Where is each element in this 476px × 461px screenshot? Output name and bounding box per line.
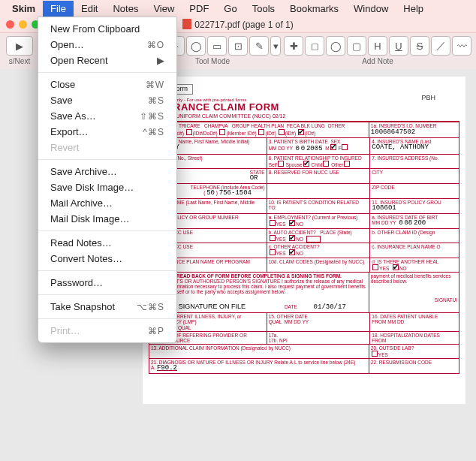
menu-item-save[interactable]: Save⌘S <box>38 92 176 108</box>
pdf-page: Clear Form PBH Print in Text Only - For … <box>143 77 465 404</box>
menu-item-read-notes[interactable]: Read Notes… <box>38 235 176 251</box>
tool-dropdown-button[interactable]: ▾ <box>270 36 281 56</box>
insured-id-value: 10068647502 <box>371 128 415 136</box>
snapshot-tool-button[interactable]: ⊡ <box>228 36 248 56</box>
rel-spouse-checkbox[interactable] <box>303 161 309 167</box>
note-tool-button[interactable]: ✎ <box>249 36 269 56</box>
menu-item-print: Print…⌘P <box>38 323 176 339</box>
menu-item-take-snapshot[interactable]: Take Snapshot⌥⌘S <box>38 299 176 315</box>
window-controls <box>6 20 40 29</box>
menu-item-save-as[interactable]: Save As…⇧⌘S <box>38 108 176 124</box>
menu-bar: Skim FileEditNotesViewPDFGoToolsBookmark… <box>0 0 476 17</box>
freehand-note-button[interactable]: 〰 <box>452 36 471 56</box>
other-plan-checkbox[interactable] <box>298 129 304 135</box>
menu-bookmarks[interactable]: Bookmarks <box>282 1 346 17</box>
emp-no-checkbox[interactable] <box>289 220 295 226</box>
claim-form: MEDICAID TRICARE CHAMPVA GROUP HEALTH PL… <box>149 121 459 374</box>
anchored-note-button[interactable]: ◻ <box>305 36 324 56</box>
menu-item-save-archive[interactable]: Save Archive… <box>38 164 176 179</box>
toolmode-label: Tool Mode <box>195 57 230 65</box>
menu-item-close[interactable]: Close⌘W <box>38 77 176 92</box>
menu-go[interactable]: Go <box>216 1 244 17</box>
circle-note-button[interactable]: ◯ <box>326 36 345 56</box>
menu-item-new-from-clipboard[interactable]: New From Clipboard <box>38 21 176 37</box>
magnify-tool-button[interactable]: ◯ <box>186 36 206 56</box>
nav-label: s/Next <box>9 57 30 65</box>
form-subtitle: NATIONAL UNIFORM CLAIM COMMITTEE (NUCC) … <box>149 113 459 119</box>
pdf-icon <box>182 19 191 29</box>
corner-text: PBH <box>421 95 435 102</box>
select-tool-button[interactable]: ▭ <box>207 36 227 56</box>
menu-item-open-recent[interactable]: Open Recent▶ <box>38 53 176 68</box>
line-note-button[interactable]: ／ <box>431 36 450 56</box>
auto-no-checkbox[interactable] <box>289 235 295 241</box>
text-note-button[interactable]: ✚ <box>284 36 303 56</box>
minimize-window-button[interactable] <box>19 20 27 29</box>
menu-item-revert: Revert <box>38 140 176 155</box>
menu-item-save-disk-image[interactable]: Save Disk Image… <box>38 179 176 195</box>
highlight-note-button[interactable]: H <box>368 36 387 56</box>
menu-help[interactable]: Help <box>396 1 431 17</box>
menu-item-mail-disk-image[interactable]: Mail Disk Image… <box>38 211 176 227</box>
menu-window[interactable]: Window <box>346 1 396 17</box>
form-title: INSURANCE CLAIM FORM <box>149 102 459 113</box>
add-note-group: ✚ ◻ ◯ ▢ H U S ／ 〰 Add Note <box>284 36 471 65</box>
sex-m-checkbox[interactable] <box>330 144 336 150</box>
menu-item-password[interactable]: Password… <box>38 275 176 291</box>
menu-tools[interactable]: Tools <box>245 1 282 17</box>
menu-item-mail-archive[interactable]: Mail Archive… <box>38 195 176 211</box>
menu-notes[interactable]: Notes <box>105 1 146 17</box>
box-note-button[interactable]: ▢ <box>347 36 366 56</box>
menu-item-export[interactable]: Export…^⌘S <box>38 124 176 140</box>
other-acc-no-checkbox[interactable] <box>289 249 295 255</box>
menu-edit[interactable]: Edit <box>74 1 105 17</box>
close-window-button[interactable] <box>6 20 14 29</box>
menu-view[interactable]: View <box>146 1 182 17</box>
menu-file[interactable]: File <box>43 1 74 17</box>
app-name[interactable]: Skim <box>5 1 43 17</box>
menu-pdf[interactable]: PDF <box>182 1 216 17</box>
strike-note-button[interactable]: S <box>410 36 429 56</box>
menu-item-convert-notes[interactable]: Convert Notes… <box>38 251 176 267</box>
other-health-no-checkbox[interactable] <box>393 264 399 270</box>
underline-note-button[interactable]: U <box>389 36 408 56</box>
prev-page-button[interactable]: ▶ <box>6 36 33 56</box>
menu-item-open[interactable]: Open…⌘O <box>38 37 176 53</box>
addnote-label: Add Note <box>362 57 393 65</box>
file-menu-dropdown: New From ClipboardOpen…⌘OOpen Recent▶Clo… <box>38 17 177 343</box>
page-nav-group: ▶ s/Next <box>5 36 35 65</box>
